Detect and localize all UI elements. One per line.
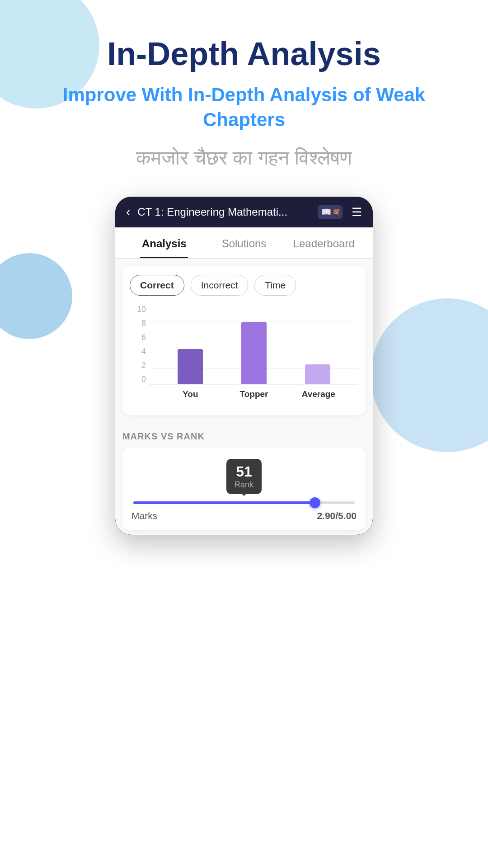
bar-topper-group bbox=[241, 322, 267, 384]
y-label-8: 8 bbox=[130, 319, 146, 328]
topbar-icons: 📖 अ ☰ bbox=[318, 205, 362, 219]
bar-you bbox=[178, 349, 203, 384]
bars-container bbox=[150, 305, 358, 384]
tab-analysis[interactable]: Analysis bbox=[124, 227, 204, 258]
subtitle: Improve With In-Depth Analysis of Weak C… bbox=[0, 83, 488, 132]
y-label-4: 4 bbox=[130, 347, 146, 356]
y-label-6: 6 bbox=[130, 333, 146, 342]
y-label-0: 0 bbox=[130, 375, 146, 384]
phone-body: Analysis Solutions Leaderboard Correct I… bbox=[115, 227, 373, 535]
hindi-letter-icon: अ bbox=[333, 208, 339, 217]
page-content: In-Depth Analysis Improve With In-Depth … bbox=[0, 0, 488, 535]
rank-tooltip: 51 Rank bbox=[226, 459, 262, 494]
marks-row: Marks 2.90/5.00 bbox=[131, 510, 357, 521]
marks-label: Marks bbox=[131, 510, 157, 521]
slider-thumb[interactable] bbox=[310, 497, 320, 508]
x-label-you: You bbox=[174, 389, 206, 399]
marks-vs-rank-title: MARKS VS RANK bbox=[122, 431, 366, 442]
y-axis: 10 8 6 4 2 0 bbox=[130, 305, 146, 384]
bar-topper bbox=[241, 322, 267, 384]
tab-solutions[interactable]: Solutions bbox=[204, 227, 284, 258]
y-label-10: 10 bbox=[130, 305, 146, 314]
filter-correct[interactable]: Correct bbox=[130, 275, 184, 296]
back-button[interactable]: ‹ bbox=[126, 205, 130, 219]
marks-value: 2.90/5.00 bbox=[317, 510, 357, 521]
rank-tooltip-area: 51 Rank bbox=[131, 459, 357, 494]
marks-card: 51 Rank Marks 2.90/5.00 bbox=[122, 448, 366, 530]
slider-container[interactable] bbox=[131, 501, 357, 504]
tab-leaderboard[interactable]: Leaderboard bbox=[284, 227, 364, 258]
x-labels: You Topper Average bbox=[150, 384, 358, 404]
bar-average bbox=[305, 364, 330, 384]
topbar-title: CT 1: Engineering Mathemati... bbox=[137, 206, 310, 218]
bar-you-group bbox=[178, 349, 203, 384]
x-label-topper: Topper bbox=[238, 389, 270, 399]
bar-average-group bbox=[305, 364, 330, 384]
filter-incorrect[interactable]: Incorrect bbox=[191, 275, 249, 296]
y-label-2: 2 bbox=[130, 361, 146, 370]
phone-topbar: ‹ CT 1: Engineering Mathemati... 📖 अ ☰ bbox=[115, 197, 373, 227]
x-label-average: Average bbox=[302, 389, 333, 399]
bar-chart: 10 8 6 4 2 0 bbox=[130, 305, 358, 404]
chart-section: Correct Incorrect Time 10 8 6 4 2 0 bbox=[122, 266, 366, 415]
book-icon: 📖 bbox=[321, 207, 331, 217]
hindi-subtitle: कमजोर चैछर का गहन विश्लेषण bbox=[136, 146, 352, 170]
rank-number: 51 bbox=[235, 463, 253, 480]
phone-mockup: ‹ CT 1: Engineering Mathemati... 📖 अ ☰ A… bbox=[115, 197, 373, 535]
filter-buttons: Correct Incorrect Time bbox=[130, 275, 358, 296]
filter-time[interactable]: Time bbox=[254, 275, 296, 296]
main-title: In-Depth Analysis bbox=[107, 36, 380, 72]
menu-icon[interactable]: ☰ bbox=[352, 205, 362, 219]
marks-section: MARKS VS RANK 51 Rank bbox=[115, 422, 373, 535]
tabs-bar: Analysis Solutions Leaderboard bbox=[115, 227, 373, 259]
book-icon-box: 📖 अ bbox=[318, 205, 343, 219]
slider-track bbox=[133, 501, 355, 504]
rank-label: Rank bbox=[235, 480, 253, 489]
